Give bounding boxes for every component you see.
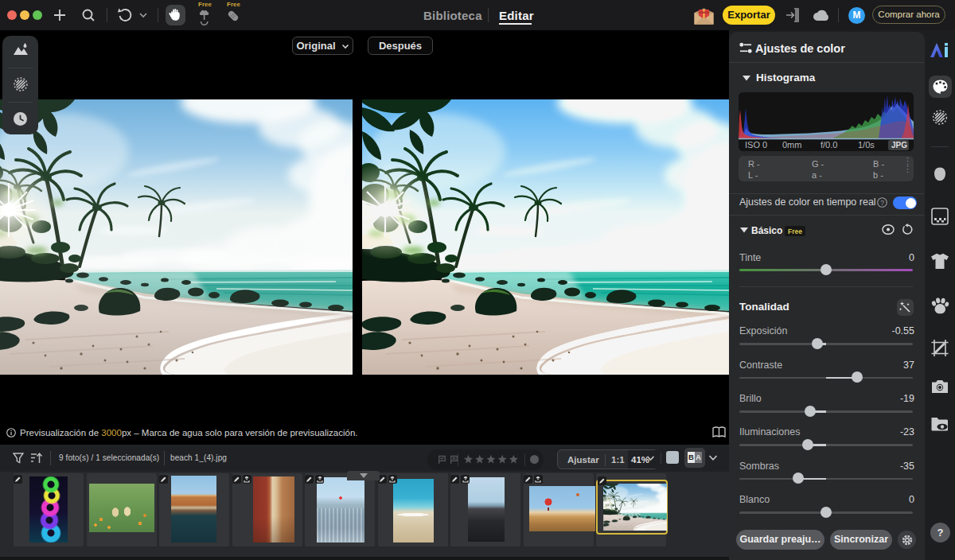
svg-text:0mm: 0mm: [782, 140, 801, 150]
svg-text:?: ?: [880, 199, 884, 207]
svg-text:JPG: JPG: [891, 141, 907, 150]
svg-text:f/0.0: f/0.0: [821, 140, 837, 150]
svg-text:1/0s: 1/0s: [858, 140, 875, 150]
svg-text:ISO 0: ISO 0: [745, 140, 767, 150]
